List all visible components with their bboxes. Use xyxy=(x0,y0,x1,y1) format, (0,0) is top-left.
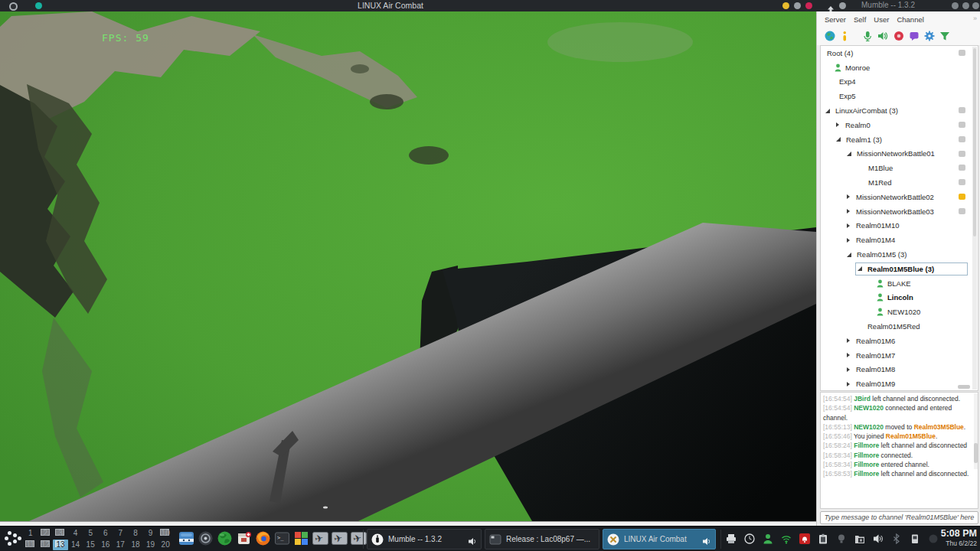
aircraft-launcher-icon[interactable]: ✈ xyxy=(332,530,348,546)
workspace-2[interactable]: 2 xyxy=(38,528,54,540)
message-input[interactable]: Type message to channel 'Realm01M5Blue' … xyxy=(820,511,978,524)
comment-icon[interactable] xyxy=(959,165,965,171)
volume-tray-icon[interactable] xyxy=(873,533,884,544)
workspace-19[interactable]: 19 xyxy=(143,540,158,551)
workspace-12[interactable]: 12 xyxy=(38,540,54,551)
comment-icon[interactable] xyxy=(959,136,965,142)
chat-log[interactable]: [16:54:54] JBird left channel and discon… xyxy=(820,392,978,509)
channel-row[interactable]: Realm01M6 xyxy=(821,334,978,348)
disc-app-icon[interactable] xyxy=(198,530,214,546)
collapse-arrow-icon[interactable] xyxy=(847,253,851,257)
four-color-app-icon[interactable] xyxy=(293,530,309,546)
channel-row[interactable]: MissionNetworkBattle03 xyxy=(821,204,978,219)
taskbar-window-lac[interactable]: LINUX Air Combat xyxy=(603,529,716,549)
workspace-17[interactable]: 17 xyxy=(113,540,129,551)
comment-icon[interactable] xyxy=(959,50,965,56)
channel-row[interactable]: Realm01M5Blue (3) xyxy=(821,262,978,276)
workspace-18[interactable]: 18 xyxy=(128,540,143,551)
channel-row[interactable]: Realm1 (3) xyxy=(821,132,978,147)
record-icon[interactable] xyxy=(893,31,904,41)
channel-row[interactable]: Realm01M5Red xyxy=(821,319,978,334)
channel-row[interactable]: Realm01M8 xyxy=(821,363,978,377)
collapse-arrow-icon[interactable] xyxy=(847,152,851,156)
user-row[interactable]: Monroe xyxy=(821,60,978,75)
window-menu-icon[interactable] xyxy=(9,2,18,11)
wifi-icon[interactable] xyxy=(781,533,792,544)
collapse-arrow-icon[interactable] xyxy=(836,137,841,142)
tree-scrollbar[interactable] xyxy=(972,47,977,390)
channel-row[interactable]: Realm0 xyxy=(821,118,978,132)
workspace-11[interactable]: 11 xyxy=(23,540,38,551)
aircraft-launcher-icon[interactable]: ✈ xyxy=(351,530,367,546)
expand-arrow-icon[interactable] xyxy=(847,223,850,228)
workspace-4[interactable]: 4 xyxy=(68,528,83,540)
bulb-icon[interactable] xyxy=(836,533,847,544)
dim-tray-icon[interactable] xyxy=(928,533,939,544)
folder-lock-icon[interactable] xyxy=(854,533,865,544)
mumble-maximize-button[interactable] xyxy=(962,2,969,9)
expand-arrow-icon[interactable] xyxy=(847,382,850,386)
workspace-5[interactable]: 5 xyxy=(83,528,98,540)
menu-channel[interactable]: Channel xyxy=(897,15,923,24)
channel-row[interactable]: Realm01M5 (3) xyxy=(821,247,978,262)
workspace-13[interactable]: 13 xyxy=(53,540,68,551)
clock[interactable]: 5:08 PM Thu 6/2/22 xyxy=(941,528,977,547)
channel-tree[interactable]: Root (4)MonroeExp4Exp5LinuxAirCombat (3)… xyxy=(820,45,978,391)
channel-row[interactable]: Realm01M4 xyxy=(821,233,978,247)
app-menu-icon[interactable] xyxy=(4,530,22,547)
mumble-user-tray-icon[interactable] xyxy=(763,533,773,544)
collapse-arrow-icon[interactable] xyxy=(825,109,830,113)
globe-app-icon[interactable] xyxy=(217,530,233,546)
clipboard-icon[interactable] xyxy=(818,533,828,544)
menu-user[interactable]: User xyxy=(874,15,889,24)
workspace-10[interactable]: 10 xyxy=(158,528,173,540)
workspace-7[interactable]: 7 xyxy=(113,528,129,540)
workspace-9[interactable]: 9 xyxy=(143,528,158,540)
taskbar-window-terminal[interactable]: Release : Lac08p67 —... xyxy=(485,529,599,549)
comment-icon[interactable] xyxy=(959,107,965,113)
channel-row[interactable]: M1Red xyxy=(821,175,978,190)
workspace-20[interactable]: 20 xyxy=(158,540,173,551)
close-button[interactable] xyxy=(805,2,812,9)
expand-arrow-icon[interactable] xyxy=(847,338,850,343)
channel-row[interactable]: Exp4 xyxy=(821,75,978,90)
aircraft-launcher-icon[interactable]: ✈ xyxy=(312,530,328,546)
expand-arrow-icon[interactable] xyxy=(847,209,850,214)
speaker-icon[interactable] xyxy=(877,31,888,41)
package-manager-icon[interactable] xyxy=(236,530,252,546)
menu-self[interactable]: Self xyxy=(854,15,866,24)
expand-arrow-icon[interactable] xyxy=(847,367,850,372)
filter-icon[interactable] xyxy=(939,31,950,41)
expand-arrow-icon[interactable] xyxy=(847,194,850,199)
mumble-close-button[interactable] xyxy=(972,2,979,9)
comment-icon[interactable] xyxy=(959,194,965,200)
terminal-launcher-icon[interactable]: >_ xyxy=(274,530,290,546)
game-viewport[interactable]: FPS: 59 xyxy=(0,11,816,526)
workspace-1[interactable]: 1 xyxy=(23,528,38,540)
channel-row[interactable]: Exp5 xyxy=(821,89,978,103)
information-icon[interactable] xyxy=(839,31,850,41)
comment-icon[interactable] xyxy=(959,151,965,157)
workspace-16[interactable]: 16 xyxy=(98,540,113,551)
channel-row[interactable]: LinuxAirCombat (3) xyxy=(821,103,978,118)
status-dot-icon[interactable] xyxy=(35,2,42,9)
server-globe-icon[interactable] xyxy=(825,31,835,41)
clock-tray-icon[interactable] xyxy=(744,533,755,544)
workspace-14[interactable]: 14 xyxy=(68,540,83,551)
firefox-icon[interactable] xyxy=(255,530,271,546)
menu-server[interactable]: Server xyxy=(825,15,846,24)
channel-row[interactable]: Realm01M10 xyxy=(821,219,978,233)
channel-row[interactable]: MissionNetworkBattle02 xyxy=(821,190,978,204)
minimize-button[interactable] xyxy=(782,2,789,9)
mumble-minimize-button[interactable] xyxy=(952,2,959,9)
file-manager-icon[interactable] xyxy=(178,530,194,546)
bluetooth-icon[interactable] xyxy=(891,533,902,544)
menu-overflow-icon[interactable]: » xyxy=(973,15,977,22)
expand-arrow-icon[interactable] xyxy=(847,353,850,357)
user-row[interactable]: Lincoln xyxy=(821,291,978,305)
window-dot-icon[interactable] xyxy=(839,2,846,9)
channel-row[interactable]: Root (4) xyxy=(821,46,978,60)
chat-scrollbar[interactable] xyxy=(974,393,978,469)
expand-arrow-icon[interactable] xyxy=(847,238,850,243)
channel-row[interactable]: Realm01M9 xyxy=(821,377,978,391)
